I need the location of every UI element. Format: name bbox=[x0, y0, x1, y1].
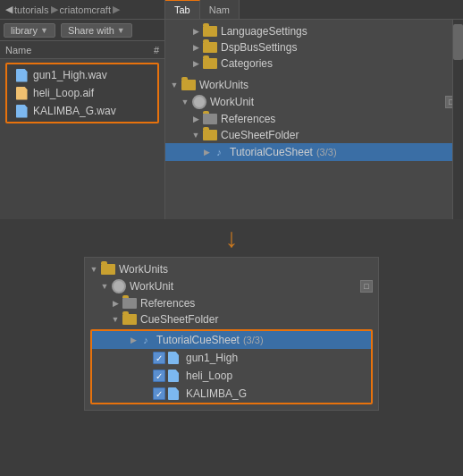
breadcrumb: ◀ tutorials ▶ criatomcraft ▶ bbox=[0, 0, 164, 20]
bottom-gun1-high[interactable]: ▶ ✓ gun1_High bbox=[92, 349, 371, 367]
node-label: WorkUnit bbox=[210, 96, 254, 108]
tree-node-categories[interactable]: ▶ Categories bbox=[165, 55, 463, 72]
list-item[interactable]: KALIMBA_G.wav bbox=[7, 102, 157, 120]
chevron-icon: ▶ bbox=[110, 298, 121, 309]
chevron-icon: ▶ bbox=[201, 147, 212, 157]
node-label: Categories bbox=[221, 57, 273, 70]
checkbox-icon[interactable]: ✓ bbox=[153, 352, 165, 364]
file-name-0: gun1_High.wav bbox=[33, 69, 107, 81]
node-label: WorkUnit bbox=[130, 280, 173, 293]
chevron-placeholder: ▶ bbox=[142, 388, 153, 399]
chevron-icon: ▶ bbox=[190, 114, 201, 124]
col-hash-header: # bbox=[154, 45, 159, 55]
breadcrumb-sep: ▶ bbox=[51, 4, 58, 15]
bottom-tree-node-workunit[interactable]: ▼ WorkUnit □ bbox=[85, 277, 378, 295]
folder-icon bbox=[203, 130, 217, 140]
tab-main[interactable]: Tab bbox=[165, 0, 200, 19]
bottom-heli-loop[interactable]: ▶ ✓ heli_Loop bbox=[92, 367, 371, 385]
wav-icon bbox=[168, 351, 182, 365]
checkbox-icon[interactable]: ✓ bbox=[153, 387, 165, 400]
tree-node-tutorial-cuesheet[interactable]: ▶ TutorialCueSheet (3/3) bbox=[165, 143, 463, 161]
chevron-icon: ▼ bbox=[88, 264, 99, 275]
chevron-left-icon: ◀ bbox=[5, 4, 13, 15]
node-label: References bbox=[221, 113, 275, 125]
folder-icon bbox=[101, 264, 115, 275]
share-dropdown-icon: ▼ bbox=[117, 26, 125, 35]
chevron-icon: ▶ bbox=[190, 58, 201, 69]
node-badge: (3/3) bbox=[243, 335, 264, 345]
bottom-tree-node-references[interactable]: ▶ References bbox=[85, 295, 378, 311]
list-item[interactable]: heli_Loop.aif bbox=[7, 84, 157, 102]
tree-node-language[interactable]: ▶ LanguageSettings bbox=[165, 23, 463, 39]
folder-icon bbox=[122, 298, 137, 309]
node-label: gun1_High bbox=[186, 352, 238, 364]
highlight-group: ▶ TutorialCueSheet (3/3) ▶ ✓ gun1_High ▶… bbox=[90, 329, 373, 404]
chevron-icon: ▼ bbox=[99, 281, 110, 292]
scrollbar-vertical[interactable] bbox=[452, 20, 463, 219]
chevron-icon: ▼ bbox=[169, 80, 180, 90]
folder-icon bbox=[203, 26, 217, 37]
folder-icon bbox=[203, 114, 217, 124]
tree-node-dspbus[interactable]: ▶ DspBusSettings bbox=[165, 39, 463, 55]
cue-icon bbox=[212, 145, 226, 159]
bottom-tutorial-cuesheet[interactable]: ▶ TutorialCueSheet (3/3) bbox=[92, 331, 371, 349]
node-label: TutorialCueSheet bbox=[230, 146, 313, 158]
share-with-label: Share with bbox=[68, 25, 114, 36]
file-name-1: heli_Loop.aif bbox=[33, 87, 94, 99]
tree-tabs: Tab Nam bbox=[165, 0, 463, 20]
breadcrumb-criatomcraft[interactable]: criatomcraft bbox=[60, 4, 111, 15]
file-items-group: gun1_High.wav heli_Loop.aif KALIMBA_G.wa… bbox=[5, 63, 159, 123]
breadcrumb-tutorials[interactable]: tutorials bbox=[14, 4, 49, 15]
checkbox-icon[interactable]: ✓ bbox=[153, 370, 165, 382]
tree-node-workunits[interactable]: ▼ WorkUnits bbox=[165, 77, 463, 93]
share-with-button[interactable]: Share with ▼ bbox=[61, 23, 132, 38]
file-name-2: KALIMBA_G.wav bbox=[33, 105, 116, 117]
bottom-kalimba-g[interactable]: ▶ ✓ KALIMBA_G bbox=[92, 385, 371, 403]
wav-icon bbox=[14, 68, 29, 82]
workunit-icon bbox=[192, 95, 206, 109]
file-list: gun1_High.wav heli_Loop.aif KALIMBA_G.wa… bbox=[0, 59, 164, 219]
node-label: KALIMBA_G bbox=[186, 387, 247, 400]
folder-icon bbox=[181, 80, 196, 90]
node-label: TutorialCueSheet bbox=[156, 334, 240, 346]
file-column-header: Name # bbox=[0, 41, 164, 59]
chevron-icon: ▼ bbox=[190, 130, 201, 140]
scrollbar-thumb[interactable] bbox=[453, 24, 463, 60]
library-button[interactable]: library ▼ bbox=[4, 23, 55, 38]
breadcrumb-sep2: ▶ bbox=[113, 4, 120, 15]
wav-icon-2 bbox=[14, 104, 29, 118]
folder-icon bbox=[122, 314, 137, 325]
tab-label: Tab bbox=[174, 4, 190, 15]
node-label: LanguageSettings bbox=[221, 25, 307, 38]
node-label: References bbox=[140, 297, 195, 310]
node-label: DspBusSettings bbox=[221, 41, 297, 54]
col-name-header: Name bbox=[5, 45, 31, 55]
workunit-icon bbox=[112, 279, 126, 293]
tree-content: ▶ LanguageSettings ▶ DspBusSettings ▶ Ca… bbox=[165, 20, 463, 219]
tree-panel: Tab Nam ▶ LanguageSettings ▶ DspBusSetti… bbox=[165, 0, 463, 219]
bottom-panel: ▼ WorkUnits ▼ WorkUnit □ ▶ References ▼ … bbox=[84, 257, 379, 411]
chevron-icon: ▼ bbox=[110, 314, 121, 325]
cue-icon bbox=[139, 333, 153, 347]
list-item[interactable]: gun1_High.wav bbox=[7, 66, 157, 84]
tree-node-cuesheet-folder[interactable]: ▼ CueSheetFolder bbox=[165, 127, 463, 143]
tab-name[interactable]: Nam bbox=[200, 0, 240, 19]
library-dropdown-icon: ▼ bbox=[40, 26, 48, 35]
bottom-tree-node-workunits[interactable]: ▼ WorkUnits bbox=[85, 261, 378, 277]
node-label: WorkUnits bbox=[119, 263, 168, 276]
chevron-icon: ▶ bbox=[190, 26, 201, 37]
node-label: CueSheetFolder bbox=[221, 129, 299, 141]
toolbar: library ▼ Share with ▼ bbox=[0, 20, 164, 41]
mini-expand-btn[interactable]: □ bbox=[360, 280, 373, 293]
chevron-placeholder: ▶ bbox=[142, 370, 153, 381]
chevron-icon: ▶ bbox=[128, 335, 139, 345]
library-label: library bbox=[11, 25, 38, 36]
tree-node-workunit[interactable]: ▼ WorkUnit □ bbox=[165, 93, 463, 111]
tree-node-references[interactable]: ▶ References bbox=[165, 111, 463, 127]
chevron-icon: ▼ bbox=[180, 97, 190, 107]
bottom-tree-node-cuesheet-folder[interactable]: ▼ CueSheetFolder bbox=[85, 311, 378, 327]
tab-name-label: Nam bbox=[209, 4, 230, 15]
file-panel: ◀ tutorials ▶ criatomcraft ▶ library ▼ S… bbox=[0, 0, 165, 219]
node-label: CueSheetFolder bbox=[140, 313, 218, 326]
node-label: heli_Loop bbox=[186, 370, 232, 382]
